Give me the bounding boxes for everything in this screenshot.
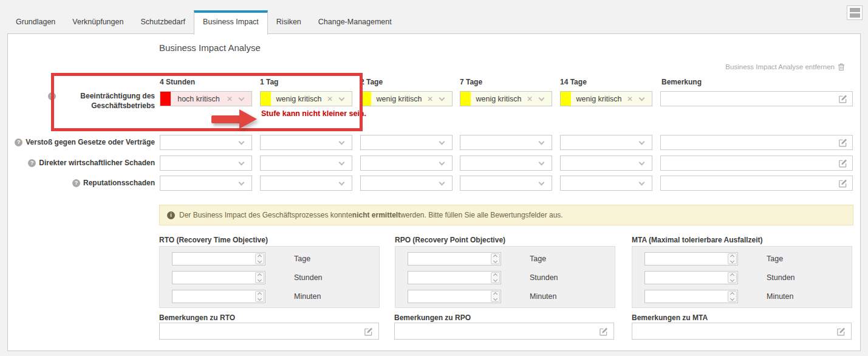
rpo-remark-field[interactable] [394, 323, 614, 340]
spinner-icon[interactable] [491, 272, 500, 283]
mta-remark-field[interactable] [632, 323, 852, 340]
chevron-down-icon[interactable] [239, 139, 245, 145]
severity-select-r1-14tage[interactable] [560, 135, 652, 150]
mta-minuten-input[interactable] [645, 290, 728, 303]
mta-stunden-stepper[interactable] [644, 271, 738, 284]
severity-select-r2-4h[interactable] [160, 156, 252, 171]
rpo-minuten-input[interactable] [408, 290, 491, 303]
rto-tage-stepper[interactable] [172, 252, 265, 265]
help-icon[interactable]: ? [28, 159, 36, 167]
spinner-icon[interactable] [255, 253, 264, 264]
chevron-down-icon[interactable] [239, 95, 245, 101]
edit-pencil-icon[interactable] [838, 138, 847, 147]
spinner-icon[interactable] [728, 272, 737, 283]
chevron-down-icon[interactable] [539, 179, 545, 185]
chevron-down-icon[interactable] [639, 159, 645, 165]
rto-stunden-input[interactable] [173, 272, 255, 284]
clear-icon[interactable]: ✕ [527, 95, 533, 103]
chevron-down-icon[interactable] [439, 139, 445, 145]
remark-field-r1[interactable] [660, 135, 853, 150]
rpo-tage-stepper[interactable] [408, 252, 501, 265]
remark-input-r3[interactable] [665, 176, 838, 190]
severity-select-r2-7tage[interactable] [460, 156, 552, 171]
rto-minuten-stepper[interactable] [172, 290, 265, 303]
chevron-down-icon[interactable] [539, 95, 545, 101]
clear-icon[interactable]: ✕ [327, 95, 333, 103]
help-icon[interactable]: ? [48, 92, 56, 100]
help-icon[interactable]: ? [15, 139, 22, 146]
rpo-stunden-input[interactable] [408, 272, 491, 284]
severity-select-r1-7tage[interactable] [460, 135, 552, 150]
chevron-down-icon[interactable] [639, 139, 645, 145]
severity-select-r0-7tage[interactable]: wenig kritisch ✕ [460, 91, 552, 106]
spinner-icon[interactable] [491, 291, 500, 302]
tab-change-management[interactable]: Change-Management [310, 18, 400, 34]
chevron-down-icon[interactable] [639, 179, 645, 185]
remark-input-r2[interactable] [665, 156, 838, 170]
chevron-down-icon[interactable] [639, 95, 645, 101]
chevron-down-icon[interactable] [339, 159, 345, 165]
severity-select-r2-2tage[interactable] [360, 156, 453, 171]
tab-risiken[interactable]: Risiken [268, 18, 310, 34]
rpo-remark-input[interactable] [398, 323, 599, 339]
rto-tage-input[interactable] [173, 253, 255, 265]
chevron-down-icon[interactable] [439, 179, 445, 185]
severity-select-r0-4h[interactable]: hoch kritisch ✕ [160, 91, 252, 106]
severity-select-r3-7tage[interactable] [460, 176, 552, 191]
edit-pencil-icon[interactable] [836, 327, 846, 336]
rpo-tage-input[interactable] [408, 253, 491, 265]
edit-pencil-icon[interactable] [599, 327, 608, 336]
spinner-icon[interactable] [728, 291, 737, 302]
chevron-down-icon[interactable] [339, 139, 345, 145]
severity-select-r1-4h[interactable] [160, 135, 252, 150]
remove-analysis-link[interactable]: Business Impact Analyse entfernen [725, 63, 845, 71]
severity-select-r1-1tag[interactable] [260, 135, 352, 150]
remark-field-r0[interactable] [660, 91, 853, 106]
rto-stunden-stepper[interactable] [172, 271, 265, 284]
rpo-minuten-stepper[interactable] [408, 290, 501, 303]
edit-pencil-icon[interactable] [838, 179, 847, 188]
severity-select-r0-14tage[interactable]: wenig kritisch ✕ [560, 91, 652, 106]
spinner-icon[interactable] [255, 272, 264, 283]
spinner-icon[interactable] [728, 253, 737, 264]
remark-field-r3[interactable] [660, 176, 853, 191]
chevron-down-icon[interactable] [439, 95, 445, 101]
severity-select-r0-1tag[interactable]: wenig kritisch ✕ [260, 91, 352, 106]
severity-select-r3-2tage[interactable] [360, 176, 453, 191]
rto-minuten-input[interactable] [173, 290, 255, 303]
remark-input-r0[interactable] [665, 92, 838, 106]
rpo-stunden-stepper[interactable] [408, 271, 501, 284]
chevron-down-icon[interactable] [439, 159, 445, 165]
severity-select-r3-4h[interactable] [160, 176, 252, 191]
chevron-down-icon[interactable] [339, 179, 345, 185]
clear-icon[interactable]: ✕ [227, 95, 233, 103]
tab-business-impact[interactable]: Business Impact [194, 10, 268, 35]
severity-select-r2-1tag[interactable] [260, 156, 352, 171]
clear-icon[interactable]: ✕ [627, 95, 633, 103]
severity-select-r3-14tage[interactable] [560, 176, 652, 191]
severity-select-r3-1tag[interactable] [260, 176, 352, 191]
remark-input-r1[interactable] [665, 135, 838, 149]
severity-select-r0-2tage[interactable]: wenig kritisch ✕ [360, 91, 453, 106]
edit-pencil-icon[interactable] [364, 327, 373, 336]
severity-select-r2-14tage[interactable] [560, 156, 652, 171]
edit-pencil-icon[interactable] [838, 94, 847, 103]
mta-tage-input[interactable] [645, 253, 728, 265]
tab-grundlagen[interactable]: Grundlagen [7, 18, 64, 34]
chevron-down-icon[interactable] [539, 159, 545, 165]
mta-tage-stepper[interactable] [644, 252, 738, 265]
spinner-icon[interactable] [255, 291, 264, 302]
tab-verknuepfungen[interactable]: Verknüpfungen [64, 18, 132, 34]
mta-remark-input[interactable] [636, 323, 836, 339]
layout-toggle-button[interactable] [847, 5, 863, 20]
chevron-down-icon[interactable] [239, 179, 245, 185]
help-icon[interactable]: ? [72, 179, 80, 187]
trash-icon[interactable] [838, 63, 845, 71]
severity-select-r1-2tage[interactable] [360, 135, 453, 150]
rto-remark-field[interactable] [159, 323, 379, 340]
spinner-icon[interactable] [491, 253, 500, 264]
mta-stunden-input[interactable] [645, 272, 728, 284]
mta-minuten-stepper[interactable] [644, 290, 738, 303]
clear-icon[interactable]: ✕ [427, 95, 433, 103]
tab-schutzbedarf[interactable]: Schutzbedarf [132, 18, 194, 34]
